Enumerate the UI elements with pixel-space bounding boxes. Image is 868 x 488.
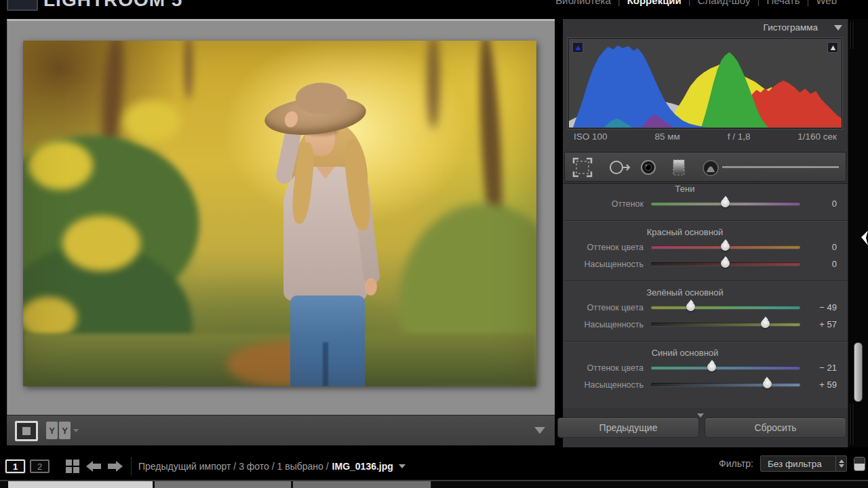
slider-label: Оттенок <box>563 199 651 209</box>
loupe-view-button[interactable] <box>15 421 38 441</box>
slider-value: − 49 <box>800 302 848 312</box>
section-title-shadows: Тени <box>563 183 848 195</box>
histogram[interactable] <box>568 38 842 129</box>
red-primary-section: Красный основной Оттенок цвета 0 Насыщен… <box>563 220 848 277</box>
before-after-button[interactable]: Y Y <box>46 422 71 439</box>
blue-hue-slider[interactable] <box>651 366 800 369</box>
slider-value: 0 <box>800 199 848 209</box>
graduated-filter-tool-icon[interactable] <box>667 155 691 180</box>
panel-grip[interactable] <box>850 404 855 445</box>
breadcrumb[interactable]: Предыдущий импорт / 3 фото / 1 выбрано /… <box>138 461 406 472</box>
module-web[interactable]: Web <box>809 0 844 6</box>
slider-value: 0 <box>800 242 848 252</box>
breadcrumb-filename: IMG_0136.jpg <box>332 461 393 472</box>
shadow-clipping-indicator[interactable] <box>572 42 583 53</box>
slider-row: Насыщенность + 57 <box>563 316 848 333</box>
module-library[interactable]: Библиотека <box>549 0 618 6</box>
highlight-clipping-icon <box>830 45 836 51</box>
slider-label: Насыщенность <box>563 320 651 329</box>
filter-spinner-icon[interactable] <box>835 456 846 471</box>
slider-label: Оттенок цвета <box>563 363 651 373</box>
app-logo-badge <box>7 0 38 11</box>
histogram-header[interactable]: Гистограмма <box>764 22 842 33</box>
filmstrip-controls: 1 2 Предыдущий импорт / 3 фото / 1 выбра… <box>5 458 406 475</box>
slider-label: Насыщенность <box>563 260 651 269</box>
green-hue-slider[interactable] <box>651 306 800 309</box>
filter-label: Фильтр: <box>719 458 753 469</box>
toolbar-separator <box>131 458 132 475</box>
module-print[interactable]: Печать <box>760 0 806 6</box>
module-slideshow[interactable]: Слайд-шоу <box>691 0 757 6</box>
slider-thumb[interactable] <box>686 302 695 311</box>
filter-select[interactable]: Без фильтра <box>760 455 847 472</box>
blue-primary-section: Синий основной Оттенок цвета − 21 Насыще… <box>563 341 848 397</box>
slider-value: + 59 <box>800 380 848 390</box>
slider-label: Насыщенность <box>563 380 651 390</box>
red-saturation-slider[interactable] <box>651 262 800 266</box>
slider-row: Оттенок 0 <box>563 195 848 212</box>
adjustment-brush-tool-icon[interactable] <box>698 155 723 180</box>
filter-selected-value: Без фильтра <box>761 459 835 469</box>
slider-thumb[interactable] <box>707 363 716 371</box>
before-after-dropdown-icon[interactable] <box>73 429 79 432</box>
section-title-blue-primary: Синий основной <box>563 347 848 359</box>
filter-toggle-icon[interactable] <box>854 457 865 471</box>
before-view-icon[interactable]: Y <box>46 422 58 439</box>
red-eye-tool-icon[interactable] <box>636 155 660 180</box>
tool-strip <box>564 152 846 182</box>
slider-row: Оттенок цвета − 49 <box>563 299 848 316</box>
slider-thumb[interactable] <box>721 199 730 207</box>
grid-view-icon[interactable] <box>66 460 79 473</box>
panel-grip[interactable] <box>850 22 855 49</box>
slider-thumb[interactable] <box>721 259 730 268</box>
slider-row: Насыщенность + 59 <box>563 376 848 393</box>
spot-removal-tool-icon[interactable] <box>607 155 631 180</box>
toolbar-collapse-icon[interactable] <box>534 427 545 434</box>
crop-tool-icon[interactable] <box>570 155 595 180</box>
previous-photo-icon[interactable] <box>86 461 101 472</box>
filmstrip-thumbnail[interactable] <box>155 481 292 488</box>
filmstrip <box>0 480 868 488</box>
loupe-view-icon <box>22 427 31 435</box>
slider-thumb[interactable] <box>763 380 772 388</box>
shadows-hue-slider[interactable] <box>651 202 800 205</box>
module-develop[interactable]: Коррекции <box>620 0 688 6</box>
slider-thumb[interactable] <box>761 319 770 328</box>
slider-thumb[interactable] <box>721 242 730 251</box>
filmstrip-thumbnail-selected[interactable] <box>8 481 153 488</box>
previous-button[interactable]: Предыдущие <box>557 418 699 438</box>
panel-edge-strip <box>848 19 868 447</box>
photo-canvas[interactable] <box>23 41 536 386</box>
next-photo-icon[interactable] <box>108 461 123 472</box>
shadow-clipping-icon <box>575 45 581 51</box>
viewer-toolbar: Y Y <box>7 415 555 446</box>
panel-action-buttons: Предыдущие Сбросить <box>557 418 846 438</box>
slider-row: Насыщенность 0 <box>563 256 848 272</box>
after-view-icon[interactable]: Y <box>59 422 71 439</box>
filmstrip-thumbnail[interactable] <box>293 481 431 488</box>
highlight-clipping-indicator[interactable] <box>827 42 838 53</box>
blue-saturation-slider[interactable] <box>651 383 800 386</box>
second-window-button[interactable]: 2 <box>30 460 50 473</box>
green-saturation-slider[interactable] <box>651 323 800 326</box>
exif-aperture: f / 1,8 <box>728 131 751 142</box>
reset-button[interactable]: Сбросить <box>705 418 846 438</box>
panel-scrollbar[interactable] <box>854 342 863 402</box>
slider-value: + 57 <box>800 319 848 329</box>
mouse-cursor <box>861 230 868 245</box>
red-hue-slider[interactable] <box>651 245 800 249</box>
filmstrip-bar: 1 2 Предыдущий импорт / 3 фото / 1 выбра… <box>0 447 868 488</box>
slider-row: Оттенок цвета 0 <box>563 239 848 256</box>
filter-controls: Фильтр: Без фильтра <box>719 455 865 472</box>
breadcrumb-dropdown-icon[interactable] <box>399 464 406 468</box>
main-window-button[interactable]: 1 <box>5 460 25 473</box>
exif-info: ISO 100 85 мм f / 1,8 1/160 сек <box>568 131 842 142</box>
slider-value: − 21 <box>800 363 848 373</box>
app-logo: LIGHTROOM 5 <box>43 0 182 11</box>
slider-row: Оттенок цвета − 21 <box>563 359 848 376</box>
slider-value: 0 <box>800 259 848 269</box>
collapse-triangle-icon[interactable] <box>834 25 842 30</box>
adjustment-sliders: Тени Оттенок 0 Красный основной Оттенок … <box>563 183 848 408</box>
adjustment-brush-handle[interactable] <box>722 166 839 168</box>
photo-vignette <box>23 41 536 386</box>
